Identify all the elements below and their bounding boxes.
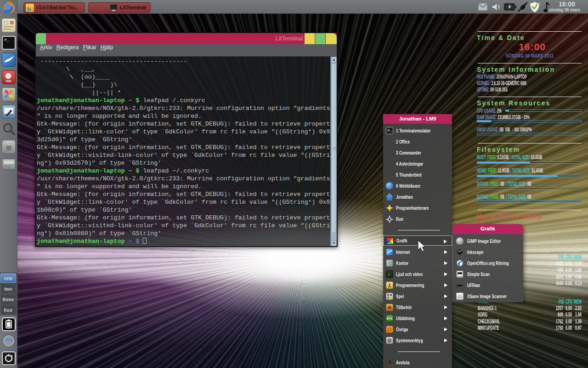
svg-text:♫: ♫ <box>387 272 390 277</box>
